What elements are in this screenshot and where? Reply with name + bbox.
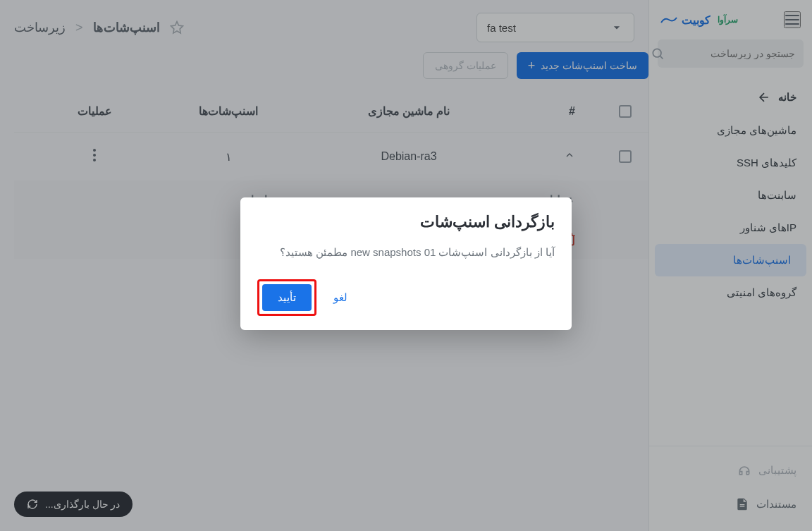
confirm-button[interactable]: تأیید [262,284,312,311]
modal-overlay[interactable]: بازگردانی اسنپ‌شات آیا از بازگردانی اسنپ… [0,0,812,531]
dialog-title: بازگردانی اسنپ‌شات [257,213,555,231]
dialog-body: آیا از بازگردانی اسنپ‌شات new snapshots … [257,244,555,261]
cancel-button[interactable]: لغو [329,286,352,310]
confirm-highlight: تأیید [257,279,316,316]
restore-snapshot-dialog: بازگردانی اسنپ‌شات آیا از بازگردانی اسنپ… [240,197,572,330]
